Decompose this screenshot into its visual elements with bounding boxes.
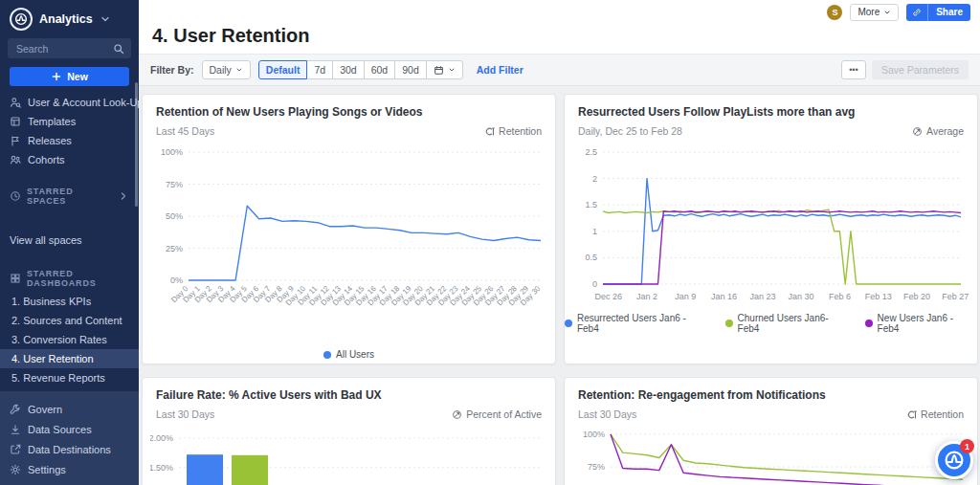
sidebar-scrollbar[interactable] — [135, 82, 138, 207]
metric-label[interactable]: Retention — [484, 125, 542, 137]
card-title: Retention of New Users Playing Songs or … — [156, 105, 542, 119]
share-button[interactable]: Share — [928, 4, 970, 21]
amplitude-fab-button[interactable]: 1 — [935, 441, 973, 479]
sidebar-dashboard-business-kpis[interactable]: 1. Business KPIs — [0, 292, 139, 311]
sidebar-item-data-sources[interactable]: Data Sources — [0, 419, 139, 439]
card-subtitle: Last 30 Days — [578, 408, 636, 420]
svg-text:75%: 75% — [588, 462, 605, 472]
card-subtitle: Last 30 Days — [156, 408, 214, 420]
svg-text:Feb 20: Feb 20 — [903, 292, 930, 301]
svg-text:1: 1 — [592, 227, 597, 236]
svg-text:Jan 23: Jan 23 — [749, 292, 775, 301]
legend-item[interactable]: New Users Jan6 - Feb4 — [865, 313, 977, 334]
filter-by-label: Filter By: — [150, 64, 194, 76]
copy-link-button[interactable] — [906, 4, 928, 21]
sidebar-item-cohorts[interactable]: Cohorts — [0, 150, 139, 169]
legend-item[interactable]: Resurrected Users Jan6 - Feb4 — [565, 313, 710, 334]
metric-label[interactable]: Retention — [906, 408, 964, 420]
retention-chart-icon — [484, 126, 495, 137]
add-filter-link[interactable]: Add Filter — [477, 64, 523, 76]
starred-spaces-header[interactable]: STARRED SPACES — [0, 183, 139, 209]
sidebar-item-user-account-lookup[interactable]: User & Account Look-Up — [0, 93, 139, 112]
card-subtitle: Last 45 Days — [156, 125, 214, 137]
line-chart-reengagement: 100%75%50%25% — [565, 420, 977, 485]
legend-dot-icon — [725, 320, 733, 327]
chevron-down-icon — [235, 66, 243, 74]
chevron-down-icon — [883, 9, 891, 16]
workspace-switcher[interactable]: Analytics — [8, 6, 131, 36]
svg-text:Jan 9: Jan 9 — [675, 292, 696, 301]
export-icon — [10, 444, 21, 455]
save-parameters-button[interactable]: Save Parameters — [872, 60, 969, 79]
sidebar-item-govern[interactable]: Govern — [0, 399, 139, 419]
card-title: Failure Rate: % Active Users with Bad UX — [156, 388, 542, 402]
range-90d-button[interactable]: 90d — [394, 60, 427, 79]
svg-text:0.5: 0.5 — [585, 253, 597, 262]
chart-card-resurrected-users: Resurrected Users Follow PlayLists more … — [564, 94, 978, 364]
sidebar-dashboard-revenue-reports[interactable]: 5. Revenue Reports — [0, 368, 139, 387]
metric-label[interactable]: Percent of Active — [452, 408, 542, 420]
svg-text:0%: 0% — [170, 276, 183, 285]
sidebar-dashboard-sources-content[interactable]: 2. Sources and Content — [0, 311, 139, 330]
filter-bar: Filter By: Daily Default 7d 30d 60d 90d … — [139, 54, 980, 86]
sidebar-dashboard-user-retention[interactable]: 4. User Retention — [0, 349, 139, 368]
view-all-spaces-link[interactable]: View all spaces — [0, 231, 139, 250]
dashboards-grid-icon — [10, 273, 21, 284]
gauge-icon — [912, 126, 923, 137]
gauge-icon — [452, 409, 462, 420]
line-chart-resurrected-users: 00.511.522.5Dec 26Jan 2Jan 9Jan 16Jan 23… — [565, 137, 977, 313]
starred-dashboards-header[interactable]: STARRED DASHBOARDS — [0, 265, 139, 292]
svg-text:100%: 100% — [161, 147, 183, 157]
interval-select[interactable]: Daily — [202, 60, 251, 79]
metric-label[interactable]: Average — [912, 125, 964, 137]
avatar[interactable]: S — [827, 5, 842, 20]
sidebar-item-settings[interactable]: Settings — [0, 459, 139, 479]
main-area: S More Share 4. User Retention Filter By… — [139, 0, 980, 485]
plus-icon — [51, 71, 62, 82]
svg-text:Feb 6: Feb 6 — [829, 292, 851, 301]
range-default-button[interactable]: Default — [258, 60, 308, 79]
spaces-icon — [10, 190, 21, 202]
svg-text:75%: 75% — [166, 180, 183, 189]
search-input[interactable] — [14, 42, 108, 55]
more-button[interactable]: More — [850, 4, 899, 21]
date-range-group: Default 7d 30d 60d 90d — [258, 60, 463, 79]
new-button[interactable]: New — [10, 67, 129, 86]
svg-text:Jan 2: Jan 2 — [636, 292, 657, 301]
range-60d-button[interactable]: 60d — [364, 60, 396, 79]
svg-text:50%: 50% — [166, 211, 183, 221]
legend-item[interactable]: All Users — [323, 349, 374, 360]
sidebar-dashboard-conversion-rates[interactable]: 3. Conversion Rates — [0, 330, 139, 349]
chart-legend: All Users — [143, 349, 555, 364]
chevron-down-icon — [100, 13, 111, 25]
chart-legend: Resurrected Users Jan6 - Feb4Churned Use… — [565, 313, 977, 342]
card-subtitle: Daily, Dec 25 to Feb 28 — [578, 125, 682, 137]
sidebar-item-data-destinations[interactable]: Data Destinations — [0, 439, 139, 459]
svg-text:0: 0 — [592, 279, 597, 289]
sidebar-utility-section: Govern Data Sources Data Destinations Se… — [0, 391, 139, 485]
wrench-icon — [10, 404, 21, 415]
bar-chart-failure-rate: 2.00%1.50%1.00%0.50% — [143, 420, 555, 485]
card-title: Resurrected Users Follow PlayLists more … — [578, 105, 964, 119]
sidebar: Analytics New User & Account Look-Up Tem… — [0, 0, 139, 485]
chart-card-reengagement: Retention: Re-engagement from Notificati… — [564, 377, 978, 485]
legend-dot-icon — [323, 351, 331, 359]
search-icon — [113, 43, 124, 55]
custom-date-button[interactable] — [426, 60, 463, 79]
download-icon — [10, 424, 21, 435]
more-options-button[interactable]: ••• — [841, 60, 866, 79]
chevron-right-icon[interactable] — [118, 190, 129, 202]
sidebar-item-templates[interactable]: Templates — [0, 112, 139, 131]
svg-text:2.5: 2.5 — [585, 147, 597, 157]
page-title: 4. User Retention — [152, 25, 967, 47]
svg-text:1.50%: 1.50% — [150, 463, 173, 473]
legend-item[interactable]: Churned Users Jan6-Feb4 — [725, 313, 850, 334]
chart-card-retention-new-users: Retention of New Users Playing Songs or … — [142, 94, 556, 364]
chevron-down-icon — [448, 66, 456, 74]
svg-text:100%: 100% — [583, 430, 605, 439]
range-30d-button[interactable]: 30d — [332, 60, 365, 79]
range-7d-button[interactable]: 7d — [306, 60, 333, 79]
svg-text:Feb 13: Feb 13 — [865, 292, 892, 301]
sidebar-item-releases[interactable]: Releases — [0, 131, 139, 150]
search-input-wrapper[interactable] — [8, 38, 131, 58]
